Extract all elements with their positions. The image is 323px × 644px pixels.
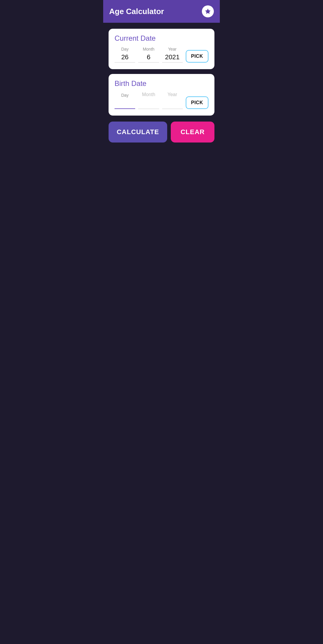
current-day-input[interactable] <box>115 53 135 63</box>
current-date-pick-button[interactable]: PICK <box>186 50 208 63</box>
star-icon <box>205 8 211 15</box>
birth-month-input[interactable] <box>138 100 159 109</box>
birth-year-label: Year <box>167 92 177 97</box>
current-date-title: Current Date <box>115 34 208 43</box>
current-year-input[interactable] <box>162 53 183 63</box>
clear-button[interactable]: CLEAR <box>171 122 214 143</box>
favorites-button[interactable] <box>202 5 214 17</box>
current-date-fields: Day Month Year PICK <box>115 47 208 63</box>
birth-day-input[interactable] <box>115 99 135 109</box>
empty-space <box>109 147 214 267</box>
current-year-field: Year <box>162 47 183 63</box>
current-day-label: Day <box>121 47 129 51</box>
current-date-card: Current Date Day Month Year PICK <box>109 29 214 69</box>
app-header: Age Calculator <box>103 0 220 23</box>
birth-date-pick-button[interactable]: PICK <box>186 96 208 109</box>
birth-day-field: Day <box>115 93 135 109</box>
birth-year-input[interactable] <box>162 100 183 109</box>
calculate-button[interactable]: CALCULATE <box>109 122 167 143</box>
birth-month-label: Month <box>142 92 155 97</box>
current-month-label: Month <box>143 47 154 51</box>
birth-date-card: Birth Date Day Month Year PICK <box>109 74 214 116</box>
birth-date-title: Birth Date <box>115 79 208 88</box>
action-buttons: CALCULATE CLEAR <box>109 122 214 143</box>
current-month-input[interactable] <box>138 53 159 63</box>
birth-month-field: Month <box>138 92 159 109</box>
current-day-field: Day <box>115 47 135 63</box>
birth-year-field: Year <box>162 92 183 109</box>
app-title: Age Calculator <box>109 7 164 16</box>
current-month-field: Month <box>138 47 159 63</box>
current-year-label: Year <box>168 47 176 51</box>
birth-date-fields: Day Month Year PICK <box>115 92 208 109</box>
main-content: Current Date Day Month Year PICK Birth D… <box>103 23 220 273</box>
birth-day-label: Day <box>121 93 129 98</box>
